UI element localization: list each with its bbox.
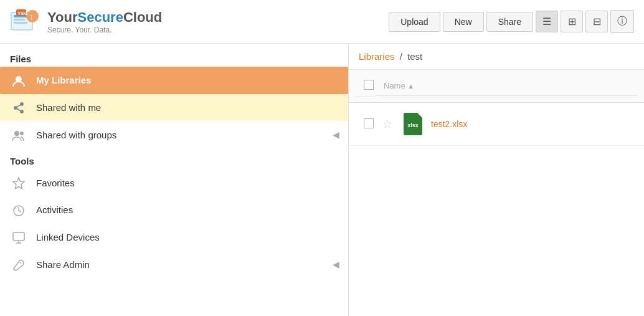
content-area: Libraries / test Name ▲ bbox=[349, 44, 644, 316]
logo: ↑ YSC YourSecureCloud Secure. Your. Data… bbox=[10, 6, 162, 37]
breadcrumb: Libraries / test bbox=[349, 44, 644, 70]
logo-text: YourSecureCloud Secure. Your. Data. bbox=[47, 9, 162, 34]
sidebar: Files My Libraries S bbox=[0, 44, 349, 316]
file-type-icon: xlsx bbox=[404, 113, 422, 135]
person-icon bbox=[10, 73, 27, 88]
logo-icon: ↑ YSC bbox=[10, 6, 41, 37]
star-icon bbox=[10, 175, 27, 190]
sidebar-item-my-libraries[interactable]: My Libraries bbox=[0, 67, 348, 94]
sidebar-label-share-admin: Share Admin bbox=[36, 259, 90, 270]
sidebar-label-activities: Activities bbox=[36, 204, 73, 215]
new-button[interactable]: New bbox=[443, 12, 484, 32]
file-name-link[interactable]: test2.xlsx bbox=[431, 119, 467, 129]
sidebar-label-my-libraries: My Libraries bbox=[36, 75, 91, 85]
sidebar-label-favorites: Favorites bbox=[36, 178, 75, 188]
info-button[interactable]: ⓘ bbox=[610, 10, 634, 33]
view-grid-button[interactable]: ⊞ bbox=[561, 11, 583, 32]
svg-line-13 bbox=[16, 108, 22, 112]
chevron-icon-groups: ◀ bbox=[333, 130, 339, 140]
sidebar-item-linked-devices[interactable]: Linked Devices bbox=[0, 224, 348, 251]
sidebar-item-favorites[interactable]: Favorites bbox=[0, 169, 348, 196]
svg-point-15 bbox=[20, 132, 24, 135]
group-icon bbox=[10, 127, 27, 142]
svg-text:↑: ↑ bbox=[29, 12, 34, 21]
svg-line-12 bbox=[16, 104, 22, 108]
svg-rect-3 bbox=[14, 22, 27, 24]
svg-rect-2 bbox=[14, 19, 25, 21]
row-checkbox[interactable] bbox=[364, 118, 374, 128]
name-column-header: Name bbox=[384, 81, 405, 90]
file-list-header: Name ▲ bbox=[349, 70, 644, 103]
sidebar-label-shared-with-groups: Shared with groups bbox=[36, 130, 116, 140]
sidebar-item-share-admin[interactable]: Share Admin ◀ bbox=[0, 251, 348, 278]
tools-section-title: Tools bbox=[0, 148, 348, 169]
activity-icon bbox=[10, 203, 27, 218]
favorite-star-icon[interactable]: ☆ bbox=[382, 118, 392, 130]
sidebar-item-shared-with-groups[interactable]: Shared with groups ◀ bbox=[0, 121, 348, 148]
files-section-title: Files bbox=[0, 50, 348, 67]
header: ↑ YSC YourSecureCloud Secure. Your. Data… bbox=[0, 0, 644, 44]
breadcrumb-libraries-link[interactable]: Libraries bbox=[359, 51, 395, 62]
svg-marker-16 bbox=[13, 178, 24, 189]
svg-line-21 bbox=[20, 262, 21, 264]
logo-cloud: Cloud bbox=[123, 9, 162, 25]
logo-tagline: Secure. Your. Data. bbox=[47, 26, 162, 34]
logo-name: YourSecureCloud bbox=[47, 9, 162, 26]
chevron-icon-share-admin: ◀ bbox=[333, 259, 339, 269]
view-list-button[interactable]: ☰ bbox=[536, 11, 558, 32]
share-icon bbox=[10, 100, 27, 115]
wrench-icon bbox=[10, 257, 27, 272]
upload-button[interactable]: Upload bbox=[389, 12, 440, 32]
svg-point-14 bbox=[14, 131, 19, 136]
share-button[interactable]: Share bbox=[486, 12, 533, 32]
svg-rect-18 bbox=[13, 232, 24, 241]
file-list: Name ▲ ☆ xlsx bbox=[349, 70, 644, 146]
logo-your: Your bbox=[47, 9, 77, 25]
sidebar-item-shared-with-me[interactable]: Shared with me bbox=[0, 94, 348, 122]
monitor-icon bbox=[10, 230, 27, 245]
breadcrumb-separator: / bbox=[400, 51, 402, 62]
breadcrumb-current: test bbox=[407, 51, 422, 62]
view-columns-button[interactable]: ⊟ bbox=[585, 11, 608, 32]
sidebar-label-shared-with-me: Shared with me bbox=[36, 102, 101, 113]
logo-secure: Secure bbox=[77, 9, 123, 25]
sidebar-item-activities[interactable]: Activities bbox=[0, 196, 348, 224]
table-row: ☆ xlsx test2.xlsx bbox=[349, 103, 644, 146]
select-all-checkbox[interactable] bbox=[364, 80, 374, 90]
svg-text:YSC: YSC bbox=[17, 11, 28, 16]
toolbar: Upload New Share ☰ ⊞ ⊟ ⓘ bbox=[389, 10, 634, 33]
sidebar-label-linked-devices: Linked Devices bbox=[36, 232, 100, 242]
sort-asc-icon: ▲ bbox=[407, 82, 414, 90]
main-layout: Files My Libraries S bbox=[0, 44, 644, 316]
